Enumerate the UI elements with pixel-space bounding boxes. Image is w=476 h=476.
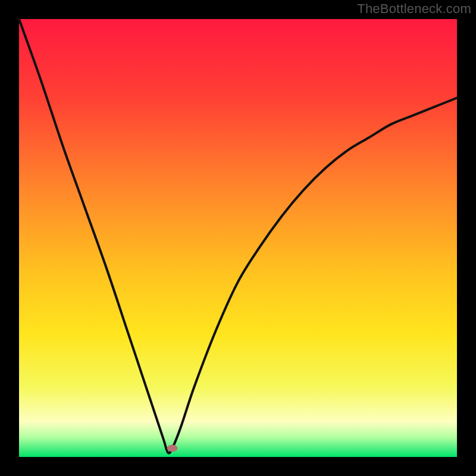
minimum-marker [167, 444, 178, 452]
bottleneck-chart [0, 0, 476, 476]
watermark-text: TheBottleneck.com [357, 1, 471, 17]
plot-background [19, 19, 457, 457]
